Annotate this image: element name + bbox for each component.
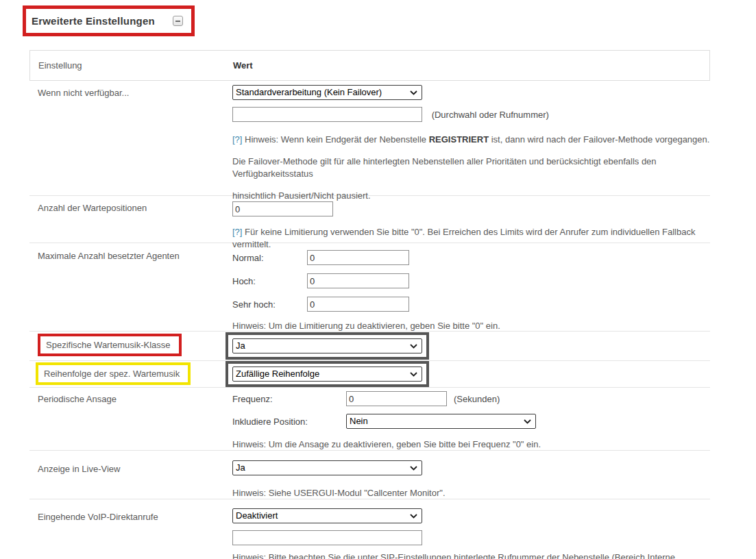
inkludiere-position-label: Inkludiere Position: (232, 417, 346, 427)
highlight-box-music-class-select: Ja (225, 332, 429, 360)
table-header-row: Einstellung Wert (29, 50, 710, 81)
sehr-hoch-input[interactable] (307, 297, 409, 312)
failover-input-suffix: (Durchwahl oder Rufnummer) (432, 110, 549, 120)
frequenz-label: Frequenz: (232, 394, 346, 404)
advanced-settings-page: Erweiterte Einstellungen Einstellung Wer… (0, 0, 756, 559)
settings-table: Einstellung Wert Wenn nicht verfügbar...… (29, 50, 710, 559)
help-link[interactable]: [?] (232, 227, 242, 237)
column-header-value: Wert (233, 60, 253, 71)
setting-label: Maximale Anzahl besetzter Agenten (29, 243, 232, 331)
failover-hints: [?] Hinweis: Wenn kein Endgerät der Nebe… (232, 134, 710, 202)
highlight-box-music-class-label: Spezifische Wartemusik-Klasse (38, 334, 182, 356)
row-anzahl-wartepositionen: Anzahl der Wartepositionen [?] Für keine… (29, 196, 710, 243)
setting-label: Anzahl der Wartepositionen (29, 196, 232, 243)
music-class-select[interactable]: Ja (232, 338, 422, 353)
failover-method-select[interactable]: Standardverarbeitung (Kein Failover) (232, 85, 422, 100)
setting-label: Periodische Ansage (29, 388, 232, 450)
highlight-box-music-order-label: Reihenfolge der spez. Wartemusik (36, 362, 191, 385)
hoch-input[interactable] (307, 273, 409, 288)
setting-label: Reihenfolge der spez. Wartemusik (44, 369, 180, 379)
wait-positions-input[interactable] (232, 201, 333, 216)
voip-hint: Hinweis: Bitte beachten Sie die unter SI… (232, 551, 710, 559)
frequenz-suffix: (Sekunden) (454, 394, 500, 404)
row-wenn-nicht-verfuegbar: Wenn nicht verfügbar... Standardverarbei… (29, 81, 710, 196)
frequenz-input[interactable] (346, 391, 447, 406)
setting-label: Spezifische Wartemusik-Klasse (46, 340, 171, 350)
inkludiere-position-select[interactable]: Nein (346, 414, 536, 429)
help-link[interactable]: [?] (232, 134, 242, 145)
row-reihenfolge-wartemusik: Reihenfolge der spez. Wartemusik Zufälli… (29, 361, 710, 388)
setting-label: Eingehende VoIP-Direktanrufe (29, 499, 232, 559)
liveview-select[interactable]: Ja (232, 460, 422, 475)
section-header: Erweiterte Einstellungen (23, 5, 195, 36)
row-eingehende-voip-direktanrufe: Eingehende VoIP-Direktanrufe Deaktiviert… (29, 499, 710, 559)
column-header-setting: Einstellung (30, 60, 233, 71)
sehr-hoch-label: Sehr hoch: (232, 299, 307, 310)
row-periodische-ansage: Periodische Ansage Frequenz: (Sekunden) … (29, 388, 710, 451)
page-title: Erweiterte Einstellungen (32, 15, 155, 27)
hoch-label: Hoch: (232, 276, 307, 286)
highlight-box-music-order-select: Zufällige Reihenfolge (225, 361, 429, 387)
row-anzeige-live-view: Anzeige in Live-View Ja Hinweis: Siehe U… (29, 451, 710, 499)
failover-number-input[interactable] (232, 107, 422, 122)
normal-label: Normal: (232, 253, 307, 263)
row-spezifische-wartemusik-klasse: Spezifische Wartemusik-Klasse Ja (29, 332, 710, 361)
voip-direct-select[interactable]: Deaktiviert (232, 508, 422, 523)
liveview-hint: Hinweis: Siehe USERGUI-Modul "Callcenter… (232, 487, 710, 499)
highlight-box-header: Erweiterte Einstellungen (23, 5, 195, 36)
periodic-hint: Hinweis: Um die Ansage zu deaktivieren, … (232, 438, 710, 451)
max-agents-hint: Hinweis: Um die Limitierung zu deaktivie… (232, 320, 710, 332)
setting-label: Wenn nicht verfügbar... (29, 81, 232, 195)
row-maximale-anzahl-agenten: Maximale Anzahl besetzter Agenten Normal… (29, 243, 710, 332)
collapse-icon[interactable] (173, 16, 183, 26)
voip-direct-input[interactable] (232, 530, 422, 545)
music-order-select[interactable]: Zufällige Reihenfolge (232, 367, 422, 382)
setting-label: Anzeige in Live-View (29, 451, 232, 499)
normal-input[interactable] (307, 250, 409, 265)
